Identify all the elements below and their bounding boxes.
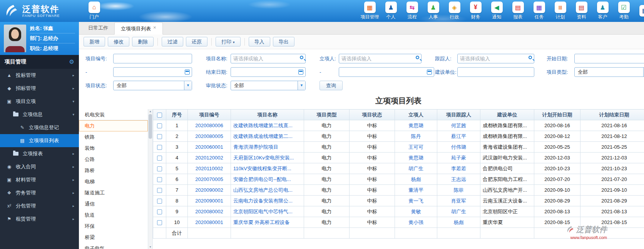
nav-item-notice[interactable]: ◀通知 xyxy=(486,2,507,20)
row-checkbox[interactable] xyxy=(157,177,162,182)
nav-item-admin[interactable]: ◈行政 xyxy=(444,2,465,20)
row-checkbox[interactable] xyxy=(157,166,162,171)
checkbox-cell[interactable] xyxy=(153,153,166,163)
scroll-down-icon[interactable]: ▼ xyxy=(148,246,152,248)
project-name-link[interactable]: 改建铁路线增建第二线直... xyxy=(231,120,304,131)
row-checkbox[interactable] xyxy=(157,188,162,193)
project-name-link[interactable]: 天府新区10Kv变电所安装... xyxy=(231,153,304,163)
module-header[interactable]: 项目管理 ⚙ xyxy=(0,55,79,69)
sidebar-item-lease-mgmt[interactable]: ⚑租赁管理▸ xyxy=(0,212,79,226)
sidebar-item-initiation-info[interactable]: 立项信息▾ xyxy=(0,108,79,121)
category-item[interactable]: 桥梁 xyxy=(79,232,148,243)
category-item[interactable]: 环保 xyxy=(79,221,148,232)
project-name-link[interactable]: 青海洪湖养护院项目 xyxy=(231,142,304,153)
checkbox-cell[interactable] xyxy=(153,196,166,206)
edit-button[interactable]: 修改 xyxy=(108,37,129,46)
sidebar-item-initiation-list[interactable]: ▤立项项目列表 xyxy=(0,134,79,147)
row-checkbox[interactable] xyxy=(157,123,162,128)
query-button[interactable]: 查询 xyxy=(319,81,343,90)
category-item[interactable]: 电子电气 xyxy=(79,243,148,249)
sidebar-item-tender-mgmt[interactable]: ◆招标管理▸ xyxy=(0,82,79,95)
project-code-link[interactable]: 2020110002 xyxy=(188,163,231,174)
row-checkbox[interactable] xyxy=(157,134,162,139)
sidebar-item-initiation-register[interactable]: ✎立项信息登记 xyxy=(0,121,79,134)
project-name-link[interactable]: 山西弘文房地产总公司电... xyxy=(231,185,304,196)
nav-item-attendance[interactable]: ☑考勤 xyxy=(613,2,634,20)
nav-item-project-mgmt[interactable]: ▦项目管理 xyxy=(359,2,380,20)
select-all-checkbox[interactable] xyxy=(157,113,162,118)
add-button[interactable]: 新增 xyxy=(84,37,105,46)
filter-button[interactable]: 过滤 xyxy=(162,37,183,46)
sidebar-item-subcontract-mgmt[interactable]: x²分包管理▸ xyxy=(0,199,79,212)
row-checkbox[interactable] xyxy=(157,156,162,161)
tab-initiation-list[interactable]: 立项项目列表× xyxy=(114,22,163,35)
project-code-link[interactable]: 2020080005 xyxy=(188,131,231,142)
project-code-link[interactable]: 2020090001 xyxy=(188,196,231,206)
gear-icon[interactable]: ⚙ xyxy=(69,58,74,65)
end-date-to-input[interactable] xyxy=(339,67,434,77)
checkbox-cell[interactable] xyxy=(153,131,166,142)
checkbox-cell[interactable] xyxy=(153,217,166,228)
project-code-link[interactable]: 2020080002 xyxy=(188,206,231,217)
scrollbar-thumb[interactable] xyxy=(149,114,152,139)
project-type-select[interactable]: 全部 ▼ xyxy=(574,67,644,77)
category-item[interactable]: 电梯 xyxy=(79,176,148,187)
build-unit-input[interactable] xyxy=(457,67,534,77)
search-icon[interactable] xyxy=(416,56,419,59)
checkbox-cell[interactable] xyxy=(153,120,166,131)
category-item[interactable]: 电力 xyxy=(79,120,148,131)
search-icon[interactable] xyxy=(300,56,303,59)
category-item[interactable]: 公路 xyxy=(79,154,148,165)
sidebar-item-income-contract[interactable]: ◉收入合同▸ xyxy=(0,160,79,173)
tab-daily-work[interactable]: 日常工作 xyxy=(82,22,114,34)
category-item[interactable]: 装饰 xyxy=(79,143,148,154)
sidebar-item-initiation-report[interactable]: 立项报表▸ xyxy=(0,147,79,160)
calendar-icon[interactable] xyxy=(427,70,432,75)
sidebar-item-bid-mgmt[interactable]: ▲投标管理▸ xyxy=(0,69,79,82)
start-date-from-input[interactable] xyxy=(574,54,644,63)
nav-item-workflow[interactable]: ⇆流程 xyxy=(401,2,423,20)
project-name-link[interactable]: 北京朝阳区电气中芯特气... xyxy=(231,206,304,217)
project-name-link[interactable]: 改建铁路成渝线增建第二... xyxy=(231,131,304,142)
row-checkbox[interactable] xyxy=(157,199,162,204)
nav-item-partial[interactable]: ▦ xyxy=(634,2,644,20)
calendar-icon[interactable] xyxy=(298,70,303,75)
project-code-link[interactable]: 2020090002 xyxy=(188,185,231,196)
search-icon[interactable] xyxy=(529,56,532,59)
print-button[interactable]: 打印▾ xyxy=(216,37,241,46)
category-item[interactable]: 铁路 xyxy=(79,131,148,143)
project-code-link[interactable]: 2020070005 xyxy=(188,174,231,185)
restore-button[interactable]: 还原 xyxy=(186,37,207,46)
calendar-icon[interactable] xyxy=(185,70,190,75)
nav-item-customer[interactable]: ♟客户 xyxy=(592,2,613,20)
category-item[interactable]: 路桥 xyxy=(79,165,148,176)
sidebar-item-project-initiation[interactable]: ▣项目立项▾ xyxy=(0,95,79,108)
project-name-link[interactable]: 重庆华夏 外高桥工程设备 xyxy=(231,217,304,228)
sidebar-item-material-mgmt[interactable]: ▣材料管理▸ xyxy=(0,173,79,186)
end-date-from-input[interactable] xyxy=(231,67,306,77)
project-status-select[interactable]: 全部 ▼ xyxy=(113,81,192,90)
checkbox-cell[interactable] xyxy=(153,174,166,185)
nav-item-task[interactable]: ▦任务 xyxy=(529,2,550,20)
project-name-link[interactable]: 云南电力设备安装有限公... xyxy=(231,196,304,206)
row-checkbox[interactable] xyxy=(157,145,162,150)
checkbox-cell[interactable] xyxy=(153,206,166,217)
nav-item-hr[interactable]: ♟人事 xyxy=(423,2,444,20)
checkbox-cell[interactable] xyxy=(153,142,166,153)
nav-item-finance[interactable]: ¥财务 xyxy=(465,2,486,20)
project-code-link[interactable]: 2020080006 xyxy=(188,120,231,131)
nav-item-plan[interactable]: |||计划 xyxy=(550,2,571,20)
project-code-link[interactable]: 2020080001 xyxy=(188,217,231,228)
nav-item-personal[interactable]: ♟个人 xyxy=(380,2,401,20)
row-checkbox[interactable] xyxy=(157,220,162,225)
nav-item-report[interactable]: ▤报表 xyxy=(507,2,529,20)
checkbox-cell[interactable] xyxy=(153,163,166,174)
category-item[interactable]: 机电安装 xyxy=(79,109,148,120)
project-name-input[interactable] xyxy=(231,54,306,63)
export-button[interactable]: 导出 xyxy=(273,37,294,46)
nav-item-portal[interactable]: ⌂ 门户 xyxy=(84,2,105,20)
project-code-link[interactable]: 2020060001 xyxy=(188,142,231,153)
checkbox-cell[interactable] xyxy=(153,185,166,196)
delete-button[interactable]: 删除 xyxy=(132,37,154,46)
project-code-link[interactable]: 2020120002 xyxy=(188,153,231,163)
